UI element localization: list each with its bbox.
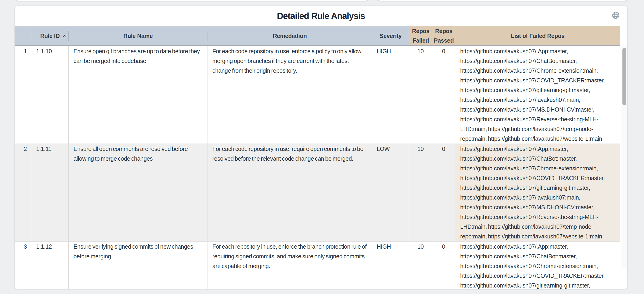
cell-rule-name: Ensure open git branches are up to date … (68, 46, 208, 144)
cell-rule-id: 1.1.12 (31, 241, 68, 289)
sort-asc-icon (62, 33, 68, 39)
cell-failed-repos: https://github.com/lavakush07/.App:maste… (455, 241, 620, 289)
cell-repos-failed: 10 (409, 144, 432, 241)
header-remediation[interactable]: Remediation (208, 26, 372, 45)
detailed-rule-analysis-card: Detailed Rule Analysis Rule ID Rule Name… (14, 6, 627, 289)
cell-repos-failed: 10 (409, 46, 432, 144)
cell-severity: HIGH (372, 46, 409, 144)
header-repos-passed[interactable]: Repos Passed (432, 26, 455, 45)
cell-rule-name: Ensure all open comments are resolved be… (68, 144, 208, 241)
header-rule-name[interactable]: Rule Name (68, 26, 208, 45)
cell-repos-passed: 0 (432, 241, 455, 289)
cell-remediation: For each repository in use, enforce the … (208, 241, 372, 289)
globe-icon (612, 11, 620, 19)
cell-row-number: 1 (14, 46, 31, 144)
rule-table: Rule ID Rule Name Remediation Severity R… (14, 26, 620, 289)
header-failed-repos[interactable]: List of Failed Repos (455, 26, 620, 45)
cell-rule-name: Ensure verifying signed commits of new c… (68, 241, 208, 289)
header-repos-failed[interactable]: Repos Failed (409, 26, 432, 45)
vertical-scrollbar[interactable] (621, 46, 627, 268)
header-rule-id[interactable]: Rule ID (31, 26, 68, 45)
cell-repos-passed: 0 (432, 46, 455, 144)
cell-rule-id: 1.1.10 (31, 46, 68, 144)
cell-rule-id: 1.1.11 (31, 144, 68, 241)
cell-repos-passed: 0 (432, 144, 455, 241)
cell-remediation: For each code repository in use, enforce… (208, 46, 372, 144)
page-title: Detailed Rule Analysis (277, 11, 365, 21)
cell-severity: HIGH (372, 241, 409, 289)
top-right-card (377, 0, 627, 1)
header-row-number[interactable] (14, 26, 31, 45)
scrollbar-thumb[interactable] (622, 48, 626, 105)
table-header-row: Rule ID Rule Name Remediation Severity R… (14, 26, 620, 46)
card-header: Detailed Rule Analysis (14, 6, 627, 26)
cell-repos-failed: 10 (409, 241, 432, 289)
cell-row-number: 2 (14, 144, 31, 241)
header-severity[interactable]: Severity (372, 26, 409, 45)
table-row[interactable]: 3 1.1.12 Ensure verifying signed commits… (14, 241, 620, 289)
table-row[interactable]: 1 1.1.10 Ensure open git branches are up… (14, 46, 620, 144)
top-left-card (15, 0, 368, 1)
page: Detailed Rule Analysis Rule ID Rule Name… (0, 0, 644, 294)
table-row[interactable]: 2 1.1.11 Ensure all open comments are re… (14, 144, 620, 241)
cell-severity: LOW (372, 144, 409, 241)
cell-row-number: 3 (14, 241, 31, 289)
cell-failed-repos: https://github.com/lavakush07/.App:maste… (455, 144, 620, 241)
cell-failed-repos: https://github.com/lavakush07/.App:maste… (455, 46, 620, 144)
cell-remediation: For each code repository in use, require… (208, 144, 372, 241)
